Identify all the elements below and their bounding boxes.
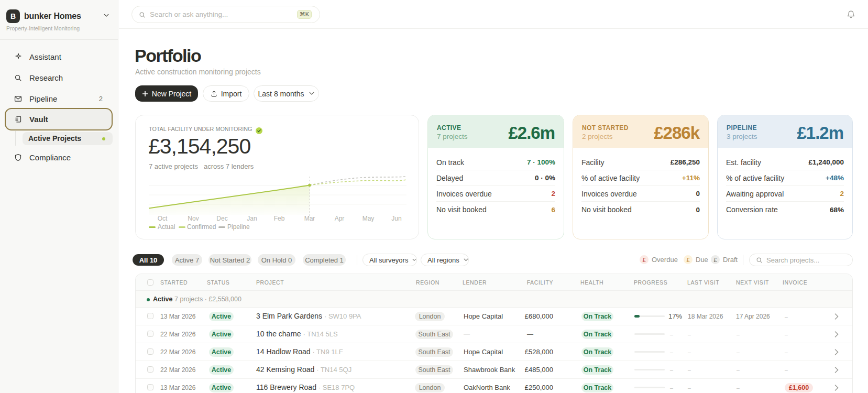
svg-text:Apr: Apr — [335, 215, 345, 222]
svg-text:Mar: Mar — [304, 215, 315, 222]
svg-text:Feb: Feb — [274, 215, 285, 222]
svg-text:Nov: Nov — [188, 215, 199, 222]
svg-text:Jan: Jan — [247, 215, 257, 222]
svg-text:Oct: Oct — [158, 215, 168, 222]
svg-text:Jun: Jun — [391, 215, 401, 222]
svg-text:May: May — [362, 215, 375, 222]
svg-text:Dec: Dec — [216, 215, 227, 222]
